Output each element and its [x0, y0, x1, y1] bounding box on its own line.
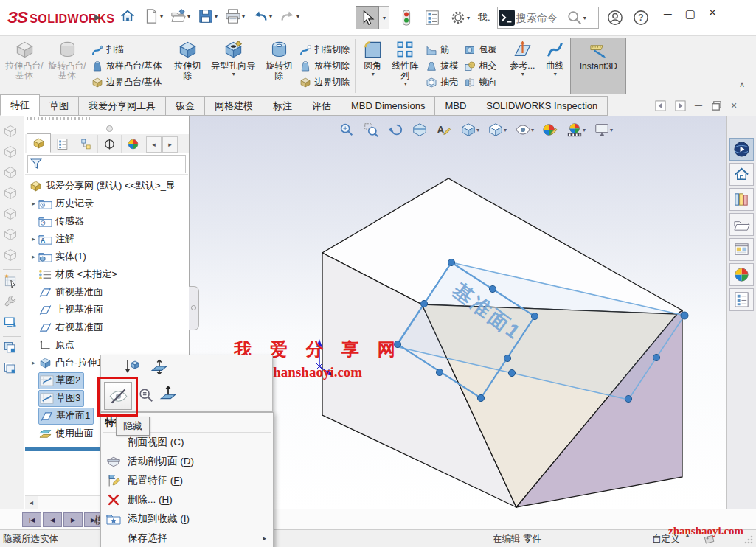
dock-left-icon[interactable]	[655, 100, 666, 111]
normal-to-icon[interactable]	[150, 358, 169, 377]
edit-appearance-button[interactable]	[541, 120, 560, 139]
ribbon-collapse-icon[interactable]: ∧	[739, 80, 745, 89]
new-file-dropdown-arrow[interactable]: ▾	[160, 13, 163, 20]
view-settings-button[interactable]: ▾	[592, 120, 614, 139]
isolate-icon[interactable]	[123, 358, 141, 376]
home-pane-button[interactable]	[729, 163, 754, 186]
hole-wizard-dropdown-arrow[interactable]: ▾	[232, 71, 235, 77]
panel-drag-grip[interactable]	[27, 117, 90, 120]
dock-right-icon[interactable]	[675, 100, 686, 111]
ribbon-button-extrude-boss[interactable]: 拉伸凸台/基体	[4, 38, 45, 94]
tab-SOLIDWORKS Inspection[interactable]: SOLIDWORKS Inspection	[476, 96, 608, 116]
ribbon-button-linear-pattern[interactable]: 线性阵列▾	[388, 38, 422, 94]
wrench-icon[interactable]	[3, 294, 21, 312]
undo-button[interactable]: ▾	[251, 7, 274, 26]
print-button[interactable]: ▾	[223, 7, 246, 26]
ribbon-button-instant3d[interactable]: Instant3D	[570, 38, 626, 94]
menu-item-配置特征[interactable]: 配置特征 (F)	[101, 471, 273, 490]
solidworks-resources-button[interactable]	[729, 138, 754, 161]
tab-我爱分享网工具[interactable]: 我爱分享网工具	[78, 96, 166, 116]
expand-arrow-icon[interactable]: ▸	[29, 200, 38, 207]
tree-item-材质 <未指定>[interactable]: 材质 <未指定>	[25, 265, 188, 283]
next-tab-icon[interactable]: ▶	[63, 512, 83, 527]
expand-arrow-icon[interactable]: ▸	[29, 253, 38, 260]
ribbon-button-curves[interactable]: 曲线▾	[541, 38, 569, 94]
ribbon-button-fillet[interactable]: 圆角▾	[358, 38, 386, 94]
tree-item-注解[interactable]: ▸A注解	[25, 230, 188, 248]
search-dropdown-arrow[interactable]: ▾	[583, 15, 586, 21]
curves-dropdown-arrow[interactable]: ▾	[554, 71, 557, 77]
save-button[interactable]: ▾	[196, 7, 219, 26]
zoom-area-button[interactable]	[361, 120, 381, 139]
home-button[interactable]	[118, 7, 137, 26]
ribbon-button-rib[interactable]: 筋	[426, 42, 458, 58]
menu-item-活动剖切面[interactable]: 活动剖切面 (D)	[101, 452, 273, 471]
section-view-button[interactable]	[410, 120, 429, 139]
display-style-button[interactable]: ▾	[486, 120, 508, 139]
restore-doc-icon[interactable]	[711, 100, 722, 111]
options-dropdown-arrow[interactable]: ▾	[467, 15, 470, 21]
select-dropdown-arrow[interactable]: ▾	[379, 6, 389, 29]
menu-item-添加到收藏[interactable]: 添加到收藏 (I)	[101, 509, 273, 529]
view-cube-icon[interactable]	[3, 144, 21, 162]
tree-item-前视基准面[interactable]: 前视基准面	[25, 283, 188, 301]
minimize-icon[interactable]: ─	[664, 7, 672, 21]
print-dropdown-arrow[interactable]: ▾	[242, 13, 245, 20]
close-doc-icon[interactable]: ×	[731, 100, 737, 111]
undo-dropdown-arrow[interactable]: ▾	[269, 13, 272, 20]
addin-menu-truncated[interactable]: 我.	[478, 11, 490, 24]
ribbon-button-sweep-cut[interactable]: 扫描切除	[299, 42, 350, 58]
tree-item-右视基准面[interactable]: 右视基准面	[25, 318, 188, 336]
menu-item-保存选择[interactable]: 保存选择▸	[101, 529, 273, 547]
view-orientation-dropdown-arrow[interactable]: ▾	[476, 127, 479, 133]
first-tab-icon[interactable]: |◀	[22, 512, 41, 527]
zoom-to-selection-icon[interactable]	[138, 387, 154, 403]
hide-show-items-dropdown-arrow[interactable]: ▾	[531, 127, 534, 133]
design-library-button[interactable]	[729, 188, 754, 211]
tab-评估[interactable]: 评估	[302, 96, 341, 116]
performance-button[interactable]	[397, 8, 416, 27]
view-palette-button[interactable]	[729, 238, 754, 261]
tree-item-原点[interactable]: 原点	[25, 336, 188, 354]
view-cube-icon[interactable]	[3, 206, 21, 224]
prev-tab-icon[interactable]: ◀	[43, 512, 62, 527]
ribbon-button-intersect[interactable]: 相交	[464, 58, 496, 74]
reference-dropdown-arrow[interactable]: ▾	[521, 71, 524, 77]
fillet-dropdown-arrow[interactable]: ▾	[372, 71, 375, 77]
open-file-button[interactable]: ▾	[169, 7, 192, 26]
resize-grip-icon[interactable]	[743, 534, 754, 545]
dimxpertmanager-tab[interactable]	[98, 135, 122, 153]
tree-item-传感器[interactable]: 传感器	[25, 212, 188, 230]
view-cube-icon[interactable]	[3, 186, 21, 203]
ribbon-button-revolve-boss[interactable]: 旋转凸台/基体	[46, 38, 88, 94]
tree-item-历史记录[interactable]: ▸历史记录	[25, 195, 188, 212]
view-cube-icon[interactable]	[3, 227, 21, 245]
featuremanager-tab[interactable]	[27, 133, 51, 153]
tab-网格建模[interactable]: 网格建模	[204, 96, 263, 116]
hide-show-items-button[interactable]: ▾	[513, 120, 535, 139]
ribbon-button-sweep[interactable]: 扫描	[91, 42, 162, 58]
panel-splitter-flap[interactable]	[189, 286, 199, 330]
tree-filter-input[interactable]	[27, 155, 186, 173]
ribbon-button-boundary-cut[interactable]: 边界切除	[299, 74, 350, 90]
minimize-doc-icon[interactable]: ─	[695, 100, 702, 111]
ribbon-button-boundary[interactable]: 边界凸台/基体	[91, 74, 162, 90]
tab-钣金[interactable]: 钣金	[165, 96, 205, 116]
manager-tab-scroll-right-icon[interactable]: ▸	[162, 136, 178, 153]
previous-view-button[interactable]	[386, 120, 405, 139]
screen-icon[interactable]	[3, 315, 21, 332]
scroll-left-icon[interactable]: ◂	[25, 496, 38, 508]
new-file-button[interactable]: ▾	[142, 7, 164, 26]
options-gear-button[interactable]: ▾	[448, 8, 471, 27]
view-cube-icon[interactable]	[3, 165, 21, 183]
layers-alt-icon[interactable]	[3, 361, 21, 379]
ribbon-button-loft[interactable]: 放样凸台/基体	[91, 58, 162, 74]
view-settings-dropdown-arrow[interactable]: ▾	[610, 127, 613, 133]
ribbon-button-hole-wizard[interactable]: 异型孔向导▾	[206, 38, 260, 94]
appearances-button[interactable]	[729, 263, 754, 286]
normal-to-plane-icon[interactable]	[159, 383, 178, 403]
help-button[interactable]: ?	[631, 8, 651, 27]
search-input[interactable]	[515, 11, 566, 24]
linear-pattern-dropdown-arrow[interactable]: ▾	[404, 80, 407, 87]
ribbon-button-revolve-cut[interactable]: 旋转切除	[262, 38, 296, 94]
